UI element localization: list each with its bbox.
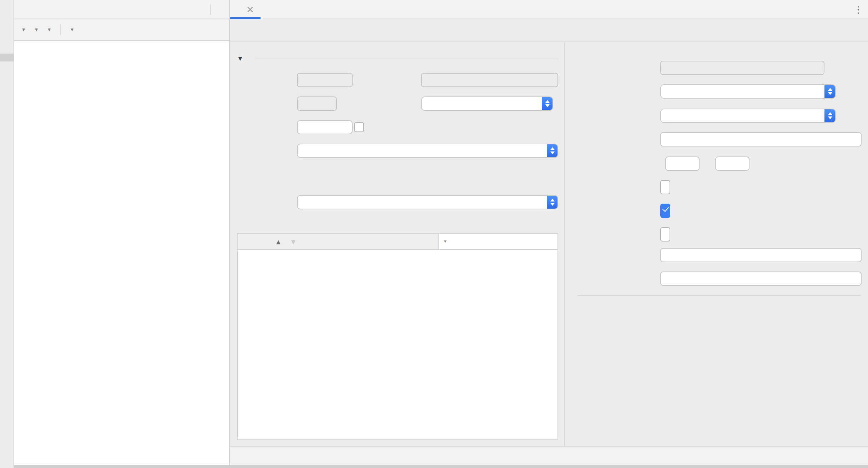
editor-tab-bar: ✕ ⋮ bbox=[230, 0, 868, 19]
active-tab-underline bbox=[230, 17, 261, 19]
column-row bbox=[577, 248, 868, 262]
entity-name-field[interactable] bbox=[297, 96, 337, 111]
editor-region: ✕ ⋮ ▼ bbox=[230, 0, 868, 465]
stepper-buttons[interactable] bbox=[542, 96, 553, 111]
name-row bbox=[577, 61, 868, 75]
add-button[interactable]: ▾ bbox=[21, 28, 25, 32]
stepper-buttons[interactable] bbox=[824, 109, 836, 123]
table-field[interactable] bbox=[297, 120, 353, 134]
move-up-icon[interactable]: ▲ bbox=[275, 238, 282, 245]
parent-row bbox=[237, 144, 558, 158]
close-icon[interactable]: ✕ bbox=[246, 4, 254, 15]
separator bbox=[577, 295, 861, 296]
attributes-toolbar: ▲ ▼ ▾ bbox=[237, 233, 558, 250]
transient-row bbox=[577, 225, 868, 239]
attributes-search-input[interactable]: ▾ bbox=[438, 234, 557, 249]
separators-row bbox=[577, 156, 868, 171]
move-down-icon[interactable]: ▼ bbox=[290, 238, 297, 245]
table-row-props bbox=[237, 120, 558, 134]
package-class-row bbox=[237, 73, 558, 87]
read-only-checkbox[interactable] bbox=[660, 180, 670, 194]
class-field[interactable] bbox=[421, 73, 558, 87]
instance-name-combo[interactable] bbox=[421, 96, 553, 111]
stepper-buttons[interactable] bbox=[547, 144, 558, 158]
attribute-type-row bbox=[577, 84, 868, 99]
project-tree bbox=[14, 41, 229, 465]
number-format-row bbox=[577, 132, 868, 146]
package-field[interactable] bbox=[297, 73, 353, 87]
validation-header bbox=[577, 302, 868, 313]
column-definition-row bbox=[577, 272, 868, 286]
project-toolbar: ▾ ▾ ▾ ▾ bbox=[14, 19, 229, 41]
stepper-buttons[interactable] bbox=[547, 195, 558, 209]
type-row bbox=[577, 109, 868, 123]
entity-designer-panel: ▼ bbox=[230, 42, 565, 446]
entity-designer-toolbar bbox=[230, 19, 868, 41]
kebab-menu-icon[interactable]: ⋮ bbox=[854, 0, 863, 19]
number-format-field[interactable] bbox=[660, 132, 862, 146]
inheritance-combo[interactable] bbox=[297, 195, 558, 209]
column-field[interactable] bbox=[660, 248, 862, 262]
window-bottom-edge bbox=[0, 465, 868, 468]
traits-row bbox=[237, 174, 558, 188]
separator bbox=[60, 24, 61, 35]
type-combo[interactable] bbox=[660, 109, 836, 123]
db-view-checkbox[interactable] bbox=[354, 122, 364, 132]
wrench-button[interactable]: ▾ bbox=[34, 28, 38, 32]
column-definition-field[interactable] bbox=[660, 272, 862, 286]
stripe-tab-bookmarks[interactable] bbox=[0, 352, 14, 360]
inheritance-row bbox=[237, 195, 558, 209]
stripe-tab-structure[interactable] bbox=[0, 417, 14, 425]
stripe-tab-project[interactable] bbox=[0, 1, 14, 9]
separator bbox=[255, 58, 558, 59]
mandatory-checkbox[interactable] bbox=[660, 204, 670, 218]
group-sep-field[interactable] bbox=[715, 156, 750, 171]
tool-window-header bbox=[14, 0, 229, 19]
attribute-inspector-panel bbox=[565, 42, 868, 446]
editor-content: ▼ bbox=[230, 42, 868, 446]
tab-userstep-java[interactable]: ✕ bbox=[230, 0, 261, 19]
parent-combo[interactable] bbox=[297, 144, 558, 158]
separator bbox=[210, 4, 211, 15]
gradle-button[interactable]: ▾ bbox=[47, 28, 51, 32]
project-tool-window: ▾ ▾ ▾ ▾ bbox=[14, 0, 230, 465]
attributes-table bbox=[237, 250, 558, 440]
stepper-buttons[interactable] bbox=[824, 84, 836, 99]
decimal-sep-field[interactable] bbox=[665, 156, 700, 171]
attributes-header bbox=[237, 219, 558, 229]
collapse-triangle-icon: ▼ bbox=[237, 55, 243, 62]
jmix-studio-window: ▾ ▾ ▾ ▾ ✕ ⋮ bbox=[0, 0, 868, 468]
transient-checkbox[interactable] bbox=[660, 227, 670, 242]
entity-instance-row bbox=[237, 96, 558, 111]
name-field[interactable] bbox=[660, 61, 824, 75]
mandatory-row bbox=[577, 201, 868, 216]
hide-properties-toggle[interactable]: ▼ bbox=[237, 54, 558, 64]
help-button[interactable]: ▾ bbox=[70, 28, 74, 32]
attribute-type-combo[interactable] bbox=[660, 84, 836, 99]
tool-window-stripe bbox=[0, 0, 14, 468]
read-only-row bbox=[577, 178, 868, 192]
stripe-tab-jmix[interactable] bbox=[0, 54, 14, 61]
designer-mode-tabs bbox=[230, 446, 868, 465]
